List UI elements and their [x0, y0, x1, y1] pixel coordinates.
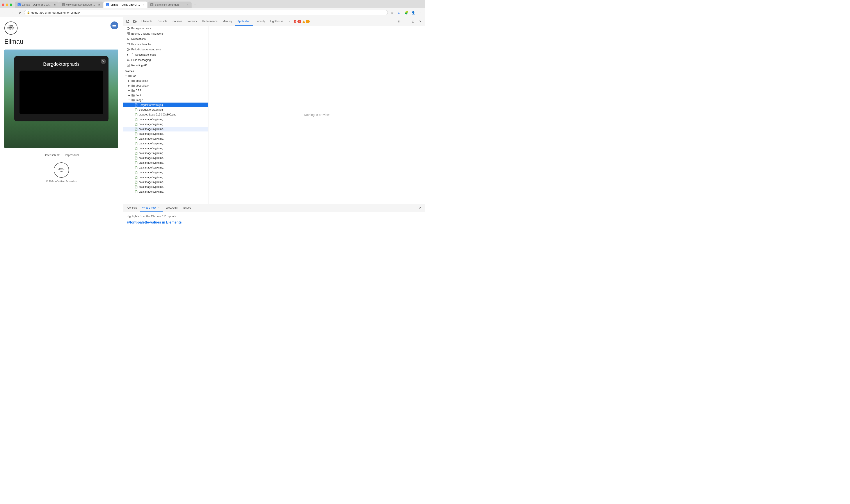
tab-1-title: Ellmau – Deine-360-Grad-To... — [22, 3, 52, 6]
tree-item-svg7[interactable]: data:image/svg+xml;... — [123, 146, 208, 151]
minimize-window-button[interactable] — [6, 3, 8, 6]
svg-rect-17 — [127, 43, 129, 45]
device-toolbar-button[interactable] — [132, 18, 138, 24]
devtools-more-options-button[interactable]: ⋮ — [403, 18, 409, 24]
tab-elements[interactable]: Elements — [139, 17, 155, 26]
tree-item-svg13[interactable]: data:image/svg+xml;... — [123, 175, 208, 180]
modal-close-button[interactable]: ✕ — [101, 59, 106, 64]
address-text: deine-360-grad-tour.de/steiner-ellmau/ — [31, 11, 80, 14]
tab-memory[interactable]: Memory — [220, 17, 235, 26]
bottom-tabs: Console What's new ✕ WebAuthn Issues ✕ — [123, 204, 425, 212]
tree-label: about:blank — [136, 79, 149, 83]
tab-1[interactable]: E Ellmau – Deine-360-Grad-To... ✕ — [15, 2, 59, 8]
bottom-tab-issues[interactable]: Issues — [181, 204, 194, 212]
tab-4-close[interactable]: ✕ — [186, 3, 189, 6]
tree-item-font[interactable]: ▶ Font — [123, 93, 208, 98]
tree-item-svg14[interactable]: data:image/svg+xml;... — [123, 180, 208, 184]
tree-item-svg3[interactable]: data:image/svg+xml;... — [123, 127, 208, 131]
tree-label: data:image/svg+xml;... — [139, 123, 165, 126]
tree-item-image[interactable]: ▼ Image — [123, 98, 208, 103]
profile-button[interactable]: 👤 — [410, 10, 416, 16]
frames-section-header: Frames — [123, 68, 208, 74]
new-tab-button[interactable]: + — [192, 2, 198, 8]
tab-performance[interactable]: Performance — [200, 17, 220, 26]
devtools-close-button[interactable]: ✕ — [417, 18, 423, 24]
tab-1-close[interactable]: ✕ — [53, 3, 56, 6]
folder-icon — [131, 79, 135, 83]
tree-item-css[interactable]: ▶ CSS — [123, 88, 208, 93]
file-icon — [134, 103, 138, 107]
tab-sources[interactable]: Sources — [170, 17, 185, 26]
tree-item-svg12[interactable]: data:image/svg+xml;... — [123, 170, 208, 175]
tree-item-svg4[interactable]: data:image/svg+xml;... — [123, 131, 208, 136]
close-window-button[interactable] — [2, 3, 4, 6]
sidebar-item-notifications[interactable]: Notifications — [123, 36, 208, 42]
bottom-tab-webauthn[interactable]: WebAuthn — [163, 204, 181, 212]
modal-video — [19, 71, 103, 114]
bottom-tab-console[interactable]: Console — [125, 204, 140, 212]
tree-item-about-blank-2[interactable]: ▶ about:blank — [123, 83, 208, 88]
tab-4[interactable]: S Seite nicht gefunden – Deine... ✕ — [148, 2, 192, 8]
address-bar[interactable]: 🔒 deine-360-grad-tour.de/steiner-ellmau/ — [24, 10, 388, 15]
whats-new-close-button[interactable]: ✕ — [157, 206, 161, 210]
tab-3-title: Ellmau – Deine-360-Grad-To... — [110, 3, 141, 6]
sidebar-item-push-messaging[interactable]: Push messaging — [123, 57, 208, 63]
sidebar-item-reporting-api[interactable]: Reporting API — [123, 63, 208, 68]
tree-item-svg11[interactable]: data:image/svg+xml;... — [123, 165, 208, 170]
google-account-button[interactable]: G — [396, 10, 402, 16]
impressum-link[interactable]: Impressum — [65, 154, 79, 157]
file-icon — [134, 180, 138, 184]
error-warning-badges: ✕ 3 ! 2 — [294, 20, 310, 23]
devtools-dock-button[interactable]: □ — [410, 18, 416, 24]
tab-application[interactable]: Application — [235, 17, 253, 26]
devtools-settings-button[interactable]: ⚙ — [396, 18, 402, 24]
tree-item-cropped-logo[interactable]: cropped-Logo-512-300x300.png — [123, 112, 208, 117]
maximize-window-button[interactable] — [10, 3, 12, 6]
tree-item-top[interactable]: ▼ top — [123, 74, 208, 78]
sidebar-item-background-sync[interactable]: Background sync — [123, 26, 208, 31]
hamburger-menu-button[interactable] — [110, 21, 118, 29]
tab-lighthouse[interactable]: Lighthouse — [268, 17, 286, 26]
extensions-button[interactable]: 🧩 — [403, 10, 409, 16]
tree-item-svg16[interactable]: data:image/svg+xml;... — [123, 189, 208, 194]
sidebar-item-payment-handler[interactable]: Payment handler — [123, 42, 208, 47]
tree-item-bergdoktorpraxis-1[interactable]: Bergdoktorpraxis.jpg — [123, 103, 208, 107]
back-button[interactable]: ← — [2, 10, 8, 16]
tree-item-bergdoktorpraxis-2[interactable]: Bergdoktorpraxis.jpg — [123, 107, 208, 112]
more-tabs-button[interactable]: » — [287, 17, 292, 26]
reload-button[interactable]: ↻ — [17, 10, 23, 16]
tree-item-svg10[interactable]: data:image/svg+xml;... — [123, 160, 208, 165]
tree-item-about-blank-1[interactable]: ▶ about:blank — [123, 78, 208, 83]
bookmark-button[interactable]: ☆ — [389, 10, 395, 16]
forward-button[interactable]: → — [9, 10, 15, 16]
tree-label: data:image/svg+xml;... — [139, 142, 165, 145]
tree-item-svg15[interactable]: data:image/svg+xml;... — [123, 184, 208, 189]
file-icon — [134, 176, 138, 179]
tab-3-close[interactable]: ✕ — [142, 3, 145, 6]
bottom-tab-whats-new[interactable]: What's new ✕ — [140, 204, 163, 212]
tree-item-svg8[interactable]: data:image/svg+xml;... — [123, 151, 208, 156]
tree-item-svg2[interactable]: data:image/svg+xml;... — [123, 122, 208, 127]
sidebar-item-bounce-tracking[interactable]: Bounce tracking mitigations — [123, 31, 208, 36]
hero-image: ✕ Bergdoktorpraxis — [4, 50, 118, 148]
tab-2[interactable]: V view-source:https://deine-36... ✕ — [59, 2, 103, 8]
tab-3[interactable]: E Ellmau – Deine-360-Grad-To... ✕ — [104, 2, 147, 8]
tab-network[interactable]: Network — [185, 17, 200, 26]
bounce-tracking-icon — [126, 32, 130, 36]
bottom-panel-close-button[interactable]: ✕ — [417, 205, 423, 211]
tree-arrow-top: ▼ — [125, 75, 127, 77]
tree-item-svg6[interactable]: data:image/svg+xml;... — [123, 141, 208, 146]
tab-console[interactable]: Console — [155, 17, 170, 26]
speculative-loads-arrow: ▶ — [126, 53, 129, 56]
menu-button[interactable]: ⋮ — [417, 10, 423, 16]
inspect-element-button[interactable] — [125, 18, 131, 24]
sidebar-item-periodic-background-sync[interactable]: Periodic background sync — [123, 47, 208, 52]
tree-item-svg1[interactable]: data:image/svg+xml;... — [123, 117, 208, 122]
tab-security[interactable]: Security — [253, 17, 268, 26]
site-logo-bottom: DEINE360GRADTOUR — [54, 162, 69, 178]
sidebar-item-speculative-loads[interactable]: ▶ Speculative loads — [123, 52, 208, 57]
datenschutz-link[interactable]: Datenschutz — [44, 154, 59, 157]
tree-item-svg5[interactable]: data:image/svg+xml;... — [123, 136, 208, 141]
tree-item-svg9[interactable]: data:image/svg+xml;... — [123, 156, 208, 160]
tab-2-close[interactable]: ✕ — [98, 3, 100, 6]
